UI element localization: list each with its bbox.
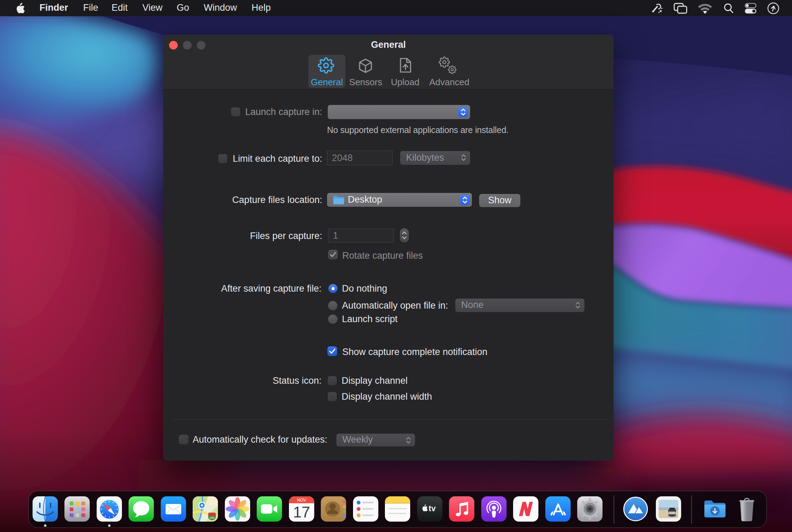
svg-text:tv: tv — [429, 504, 436, 513]
svg-text:NOV: NOV — [297, 498, 306, 503]
svg-text:17: 17 — [293, 504, 310, 521]
svg-text:280: 280 — [209, 516, 214, 520]
